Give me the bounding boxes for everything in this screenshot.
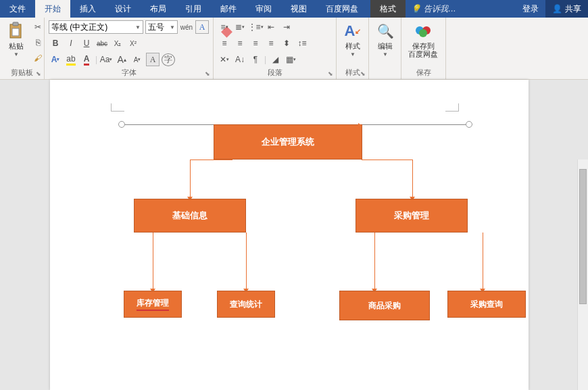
align-right-button[interactable]: ≡ bbox=[249, 36, 262, 50]
bullets-button[interactable]: ≡▾ bbox=[218, 20, 231, 34]
ribbon-group-save: 保存到 百度网盘 保存 bbox=[401, 18, 446, 79]
asian-layout-button[interactable]: ✕▾ bbox=[218, 53, 231, 66]
menu-tab-layout[interactable]: 布局 bbox=[141, 0, 176, 18]
shape-root[interactable]: 企业管理系统 bbox=[214, 124, 362, 160]
font-color-button[interactable]: A bbox=[80, 53, 93, 66]
tell-me-placeholder: 告诉我… bbox=[424, 3, 456, 15]
paste-button[interactable]: 粘贴 ▼ bbox=[4, 20, 28, 59]
connector bbox=[374, 233, 375, 291]
svg-rect-2 bbox=[12, 28, 19, 36]
save-baidu-button[interactable]: 保存到 百度网盘 bbox=[406, 20, 441, 59]
share-button[interactable]: 👤 共享 bbox=[545, 0, 588, 18]
font-name-combo[interactable]: 等线 (中文正文)▼ bbox=[49, 20, 143, 34]
shape-query-stats[interactable]: 查询统计 bbox=[217, 291, 275, 318]
superscript-button[interactable]: X² bbox=[126, 36, 140, 50]
italic-button[interactable]: I bbox=[64, 36, 78, 50]
menu-tab-insert[interactable]: 插入 bbox=[70, 0, 105, 18]
show-marks-button[interactable]: ¶ bbox=[249, 53, 262, 66]
subscript-button[interactable]: X₂ bbox=[111, 36, 124, 50]
selection-handle[interactable] bbox=[466, 121, 472, 128]
bold-button[interactable]: B bbox=[49, 36, 62, 50]
format-painter-button[interactable]: 🖌 bbox=[31, 51, 45, 65]
chevron-down-icon: ▼ bbox=[14, 51, 19, 57]
menu-tab-baidu[interactable]: 百度网盘 bbox=[316, 0, 368, 18]
find-icon: 🔍 bbox=[376, 22, 395, 41]
vertical-scrollbar[interactable] bbox=[577, 160, 588, 390]
dialog-launcher-clipboard[interactable]: ⬊ bbox=[34, 70, 43, 78]
shading-button[interactable]: ◢ bbox=[268, 53, 282, 66]
copy-button[interactable]: ⎘ bbox=[31, 36, 45, 49]
page[interactable]: 企业管理系统 基础信息 采购管理 库存管理 查询统计 商品采购 采购查询 bbox=[50, 80, 529, 390]
connector bbox=[190, 160, 232, 160]
increase-indent-button[interactable]: ⇥ bbox=[280, 20, 293, 34]
shape-basic-info[interactable]: 基础信息 bbox=[134, 199, 246, 233]
shape-purchase-mgmt[interactable]: 采购管理 bbox=[356, 199, 468, 233]
character-border-button[interactable]: A bbox=[195, 20, 209, 34]
menu-tab-view[interactable]: 视图 bbox=[281, 0, 316, 18]
sort-button[interactable]: A↓ bbox=[233, 53, 247, 66]
selection-handle[interactable] bbox=[118, 121, 125, 128]
grow-font-button[interactable]: A▴ bbox=[115, 53, 128, 66]
baidu-cloud-icon bbox=[414, 22, 433, 41]
group-label-paragraph: 段落 bbox=[218, 66, 332, 79]
styles-button[interactable]: A↙ 样式 ▼ bbox=[341, 20, 365, 59]
document-area: 企业管理系统 基础信息 采购管理 库存管理 查询统计 商品采购 采购查询 bbox=[0, 80, 588, 390]
menu-tab-mailings[interactable]: 邮件 bbox=[211, 0, 246, 18]
enclose-char-button[interactable]: 字 bbox=[162, 53, 175, 66]
ribbon-group-font: 等线 (中文正文)▼ 五号▼ wén A B I U abc X₂ X² A▾ … bbox=[45, 18, 214, 79]
menu-tab-references[interactable]: 引用 bbox=[176, 0, 211, 18]
menu-tab-home[interactable]: 开始 bbox=[35, 0, 70, 18]
cut-button[interactable]: ✂ bbox=[31, 20, 45, 34]
shape-purchase-query[interactable]: 采购查询 bbox=[447, 291, 526, 318]
underline-button[interactable]: U bbox=[80, 36, 93, 50]
svg-point-5 bbox=[419, 29, 427, 37]
gutter-left bbox=[0, 80, 50, 390]
menu-tab-review[interactable]: 审阅 bbox=[246, 0, 281, 18]
margin-marker bbox=[111, 103, 124, 112]
group-label-font: 字体 bbox=[49, 66, 209, 79]
line-spacing-button[interactable]: ↕≡ bbox=[295, 36, 309, 50]
svg-rect-1 bbox=[13, 22, 18, 26]
connector bbox=[412, 160, 413, 199]
align-center-button[interactable]: ≡ bbox=[233, 36, 247, 50]
chevron-down-icon: ▼ bbox=[383, 51, 388, 57]
group-label-save: 保存 bbox=[406, 66, 441, 79]
phonetic-guide-button[interactable]: wén bbox=[180, 20, 193, 34]
dialog-launcher-paragraph[interactable]: ⬊ bbox=[326, 70, 335, 78]
shape-goods-purchase[interactable]: 商品采购 bbox=[339, 291, 430, 320]
dialog-launcher-font[interactable]: ⬊ bbox=[203, 70, 212, 78]
tell-me[interactable]: 💡 告诉我… bbox=[406, 0, 462, 18]
share-icon: 👤 bbox=[552, 4, 562, 14]
scrollbar-thumb[interactable] bbox=[579, 169, 587, 304]
text-effects-button[interactable]: A▾ bbox=[49, 53, 62, 66]
strike-button[interactable]: abc bbox=[95, 36, 109, 50]
change-case-button[interactable]: Aa▾ bbox=[99, 53, 113, 66]
menu-tab-file[interactable]: 文件 bbox=[0, 0, 35, 18]
styles-icon: A↙ bbox=[343, 22, 362, 41]
shape-inventory[interactable]: 库存管理 bbox=[124, 291, 182, 318]
char-shading-button[interactable]: A bbox=[146, 53, 160, 66]
connector bbox=[483, 233, 483, 291]
align-left-button[interactable]: ≡ bbox=[218, 36, 231, 50]
font-color-icon: A bbox=[84, 54, 90, 66]
highlight-button[interactable]: ab bbox=[64, 53, 78, 66]
distribute-button[interactable]: ⬍ bbox=[280, 36, 293, 50]
connector bbox=[246, 233, 247, 291]
dialog-launcher-styles[interactable]: ⬊ bbox=[359, 70, 367, 78]
multilevel-button[interactable]: ⋮≡▾ bbox=[249, 20, 262, 34]
menu-tab-format[interactable]: 格式 bbox=[370, 0, 406, 18]
menu-tab-design[interactable]: 设计 bbox=[105, 0, 141, 18]
login-button[interactable]: 登录 bbox=[516, 0, 545, 18]
font-size-combo[interactable]: 五号▼ bbox=[145, 20, 178, 34]
decrease-indent-button[interactable]: ⇤ bbox=[264, 20, 278, 34]
scissors-icon: ✂ bbox=[34, 22, 41, 32]
clipboard-icon bbox=[7, 22, 26, 41]
ribbon-group-paragraph: ≡▾ ≣▾ ⋮≡▾ ⇤ ⇥ ≡ ≡ ≡ ≡ ⬍ ↕≡ ✕▾ A↓ ¶ bbox=[214, 18, 337, 79]
justify-button[interactable]: ≡ bbox=[264, 36, 278, 50]
arrow-right-icon bbox=[358, 123, 362, 128]
shrink-font-button[interactable]: A▾ bbox=[130, 53, 144, 66]
numbering-button[interactable]: ≣▾ bbox=[233, 20, 247, 34]
borders-button[interactable]: ▦▾ bbox=[284, 53, 297, 66]
ribbon-group-clipboard: 粘贴 ▼ ✂ ⎘ 🖌 剪贴板 ⬊ bbox=[0, 18, 45, 79]
editing-button[interactable]: 🔍 编辑 ▼ bbox=[373, 20, 397, 59]
